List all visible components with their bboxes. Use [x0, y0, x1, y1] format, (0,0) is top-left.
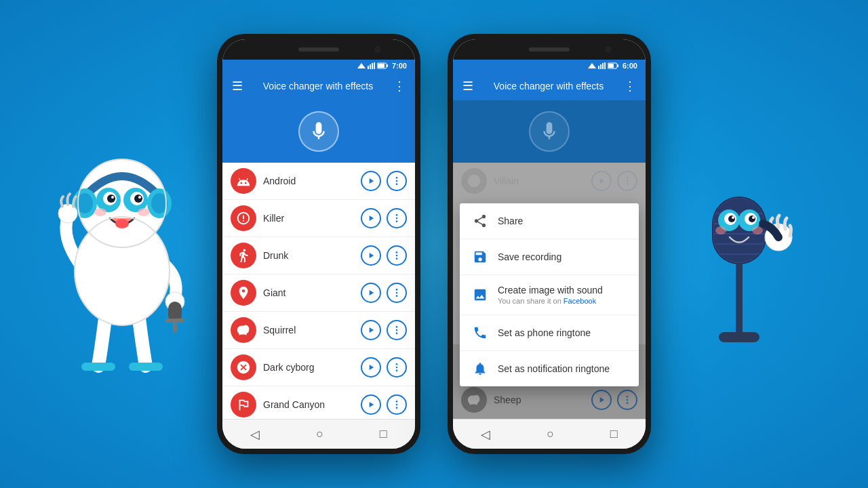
effects-list-1: Android Killer: [222, 163, 415, 419]
svg-point-46: [396, 329, 398, 331]
time-1: 7:00: [392, 62, 407, 70]
effect-name-grand-canyon: Grand Canyon: [263, 399, 354, 410]
more-squirrel[interactable]: [387, 320, 407, 340]
svg-point-15: [138, 208, 150, 216]
more-grand-canyon[interactable]: [387, 394, 407, 415]
svg-point-10: [107, 195, 115, 203]
phone-speaker-2: [529, 47, 570, 52]
phone-speaker: [298, 47, 339, 52]
effect-name-squirrel: Squirrel: [263, 325, 354, 336]
svg-point-85: [732, 216, 734, 219]
more-icon-2[interactable]: ⋮: [624, 79, 636, 94]
svg-point-49: [396, 367, 398, 369]
home-button-1[interactable]: ○: [316, 427, 323, 441]
effect-icon-giant: [231, 280, 256, 306]
share-icon: [472, 213, 488, 229]
notification-ring-icon: [472, 361, 488, 377]
svg-point-38: [396, 220, 398, 222]
more-android[interactable]: [387, 171, 407, 191]
home-button-2[interactable]: ○: [547, 427, 554, 441]
create-image-sublabel: You can share it on Facebook: [498, 297, 603, 305]
effect-icon-squirrel: [231, 317, 256, 343]
play-squirrel[interactable]: [361, 320, 381, 340]
play-dark-cyborg[interactable]: [361, 357, 381, 378]
play-drunk[interactable]: [361, 245, 381, 266]
svg-point-14: [94, 208, 106, 216]
effects-list-2: Villain: [453, 163, 646, 419]
svg-point-47: [396, 332, 398, 334]
effect-name-killer: Killer: [263, 213, 354, 224]
svg-point-45: [396, 326, 398, 328]
effect-actions-android: [361, 171, 407, 191]
effect-item-grand-canyon: Grand Canyon: [222, 386, 415, 419]
svg-rect-59: [617, 64, 618, 67]
effect-item-squirrel: Squirrel: [222, 312, 415, 349]
app-bar-2: ☰ Voice changer with effects ⋮: [453, 72, 646, 100]
svg-point-16: [115, 219, 129, 228]
context-menu-share[interactable]: Share: [460, 203, 639, 239]
save-label: Save recording: [498, 251, 561, 262]
back-button-1[interactable]: ◁: [250, 427, 260, 442]
svg-point-33: [396, 177, 398, 179]
context-text-phone-ringtone: Set as phone ringtone: [498, 327, 591, 338]
play-killer[interactable]: [361, 208, 381, 228]
facebook-link: Facebook: [564, 297, 596, 305]
nav-bar-1: ◁ ○ □: [222, 419, 415, 449]
svg-point-53: [396, 407, 398, 409]
effect-item-drunk: Drunk: [222, 237, 415, 274]
effect-icon-dark-cyborg: [231, 354, 256, 380]
phone-ring-icon: [472, 325, 488, 341]
phone-ringtone-label: Set as phone ringtone: [498, 327, 591, 338]
mic-button-2[interactable]: [529, 111, 570, 152]
share-label: Share: [498, 216, 523, 226]
svg-point-36: [396, 214, 398, 216]
svg-point-13: [138, 196, 141, 199]
play-giant[interactable]: [361, 283, 381, 303]
more-dark-cyborg[interactable]: [387, 357, 407, 378]
effect-item-dark-cyborg: Dark cyborg: [222, 349, 415, 386]
recent-button-2[interactable]: □: [610, 427, 618, 441]
svg-point-48: [396, 363, 398, 365]
more-giant[interactable]: [387, 283, 407, 303]
context-menu-create-image[interactable]: Create image with sound You can share it…: [460, 275, 639, 315]
svg-point-35: [396, 183, 398, 185]
effect-actions-dark-cyborg: [361, 357, 407, 378]
effect-item-killer: Killer: [222, 200, 415, 237]
effect-actions-squirrel: [361, 320, 407, 340]
svg-rect-32: [378, 64, 384, 68]
svg-rect-60: [608, 64, 614, 68]
context-menu-save[interactable]: Save recording: [460, 239, 639, 275]
context-menu-notification-ringtone[interactable]: Set as notification ringtone: [460, 351, 639, 386]
svg-point-88: [752, 226, 763, 235]
menu-icon-1[interactable]: ☰: [232, 79, 243, 94]
more-icon-1[interactable]: ⋮: [393, 79, 406, 94]
svg-point-50: [396, 369, 398, 371]
play-grand-canyon[interactable]: [361, 394, 381, 415]
svg-rect-31: [387, 64, 388, 67]
svg-point-40: [396, 255, 398, 257]
menu-icon-2[interactable]: ☰: [462, 79, 473, 94]
more-killer[interactable]: [387, 208, 407, 228]
create-image-label: Create image with sound: [498, 285, 603, 296]
context-text-notification-ringtone: Set as notification ringtone: [498, 363, 610, 374]
mic-area-1: [222, 100, 415, 163]
svg-rect-26: [368, 66, 369, 69]
context-text-share: Share: [498, 216, 523, 226]
effect-name-giant: Giant: [263, 287, 354, 298]
mic-area-2: [453, 100, 646, 163]
app-bar-1: ☰ Voice changer with effects ⋮: [222, 72, 415, 100]
svg-point-41: [396, 258, 398, 260]
effect-icon-grand-canyon: [231, 392, 256, 418]
svg-point-84: [749, 216, 755, 222]
recent-button-1[interactable]: □: [380, 427, 387, 441]
mic-button-1[interactable]: [298, 111, 339, 152]
context-menu-phone-ringtone[interactable]: Set as phone ringtone: [460, 315, 639, 351]
effect-actions-grand-canyon: [361, 394, 407, 415]
context-menu: Share Save recording: [460, 203, 639, 386]
svg-point-37: [396, 218, 398, 220]
svg-rect-21: [173, 323, 177, 333]
status-bar-1: 7:00: [222, 60, 415, 72]
more-drunk[interactable]: [387, 245, 407, 266]
play-android[interactable]: [361, 171, 381, 191]
back-button-2[interactable]: ◁: [481, 427, 490, 442]
